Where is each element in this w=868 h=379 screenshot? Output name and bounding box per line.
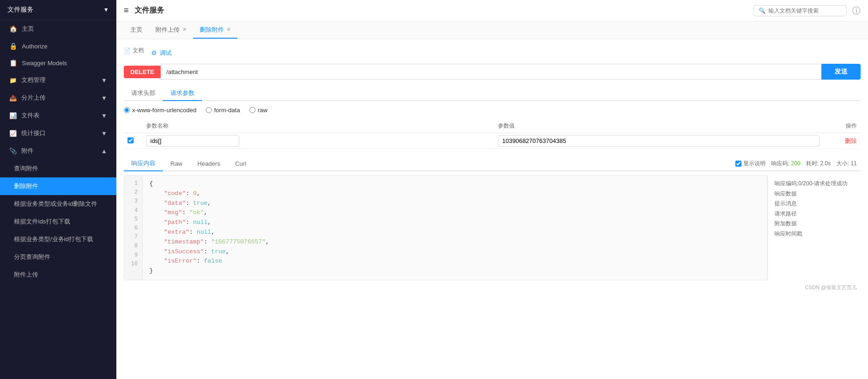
topbar-right: 🔍 ⓘ <box>754 5 861 16</box>
sidebar-group-doc-management[interactable]: 📁 文档管理 ▼ <box>0 71 116 89</box>
line-numbers: 12345678910 <box>124 176 143 280</box>
tabs-row: 主页 附件上传 ✕ 删除附件 ✕ <box>116 21 868 39</box>
tab-home[interactable]: 主页 <box>124 22 149 39</box>
sidebar-group-stats-api[interactable]: 📈 统计接口 ▼ <box>0 124 116 142</box>
tab-upload-close[interactable]: ✕ <box>182 27 187 33</box>
raw-radio[interactable] <box>249 107 256 113</box>
help-icon[interactable]: ⓘ <box>852 5 861 16</box>
sidebar-doc-management-label: 文档管理 <box>21 76 46 84</box>
sidebar-item-page-query[interactable]: 分页查询附件 <box>0 248 116 266</box>
search-icon: 🔍 <box>759 7 766 14</box>
sidebar-item-delete-attachment[interactable]: 删除附件 <box>0 177 116 195</box>
desc-item-4: 附加数据 <box>774 219 854 229</box>
table-row: 删除 <box>124 133 861 149</box>
url-input[interactable] <box>161 64 821 80</box>
urlencoded-radio[interactable] <box>124 107 130 113</box>
sidebar-dropdown-arrow: ▼ <box>103 7 109 13</box>
tab-delete-close[interactable]: ✕ <box>227 27 231 33</box>
desc-item-5: 响应时间戳 <box>774 229 854 239</box>
response-meta: 显示说明 响应码: 200 耗时: 2.0s 大小: 11 <box>735 160 861 168</box>
encoding-urlencoded[interactable]: x-www-form-urlencoded <box>124 107 196 114</box>
tab-delete[interactable]: 删除附件 ✕ <box>193 22 237 39</box>
download-by-ids-label: 根据文件ids打包下载 <box>14 217 70 226</box>
footer: CSDN @假装文艺范儿 <box>124 284 861 291</box>
show-desc-checkbox[interactable] <box>735 161 741 167</box>
page-query-label: 分页查询附件 <box>14 253 50 261</box>
tab-delete-label: 删除附件 <box>200 26 224 34</box>
encoding-raw[interactable]: raw <box>249 107 268 114</box>
response-tabs: 响应内容 Raw Headers Curl 显示说明 响应码: 200 <box>124 156 861 171</box>
response-code-panel: 12345678910 { "code": 0, "data": true, "… <box>124 175 767 280</box>
search-box[interactable]: 🔍 <box>754 5 847 16</box>
sidebar-item-authorize[interactable]: 🔒 Authorize <box>0 38 116 54</box>
tab-curl[interactable]: Curl <box>228 157 254 171</box>
chevron-down-icon: ▼ <box>101 77 107 84</box>
footer-text: CSDN @假装文艺范儿 <box>805 284 857 290</box>
menu-icon[interactable]: ≡ <box>124 6 129 15</box>
sidebar-header[interactable]: 文件服务 ▼ <box>0 0 116 20</box>
download-by-biz-label: 根据业务类型/业务id打包下载 <box>14 235 93 244</box>
sidebar-item-query-attachment[interactable]: 查询附件 <box>0 160 116 177</box>
sidebar-item-download-by-ids[interactable]: 根据文件ids打包下载 <box>0 213 116 230</box>
chevron-up-icon: ▲ <box>101 148 107 155</box>
form-data-radio[interactable] <box>206 107 212 113</box>
delete-param-button[interactable]: 删除 <box>845 137 857 144</box>
status-code: 200 <box>791 160 801 167</box>
sidebar-chunk-upload-label: 分片上传 <box>21 94 46 102</box>
attachment-icon: 📎 <box>9 148 17 155</box>
row-checkbox[interactable] <box>128 137 134 143</box>
sidebar-authorize-label: Authorize <box>22 43 47 50</box>
tab-request-headers[interactable]: 请求头部 <box>124 86 163 101</box>
delete-by-biz-label: 根据业务类型或业务id删除文件 <box>14 200 97 208</box>
sidebar-attachment-label: 附件 <box>21 147 34 155</box>
param-name-input[interactable] <box>146 135 239 147</box>
tab-raw[interactable]: Raw <box>163 157 190 171</box>
sidebar-item-swagger-models[interactable]: 📋 Swagger Models <box>0 54 116 71</box>
upload-attachment-label: 附件上传 <box>14 271 38 279</box>
show-desc-label[interactable]: 显示说明 <box>735 160 766 168</box>
sidebar-item-upload-attachment[interactable]: 附件上传 <box>0 266 116 284</box>
folder-icon: 📁 <box>9 77 17 84</box>
encoding-form-data[interactable]: form-data <box>206 107 240 114</box>
chevron-down-icon-2: ▼ <box>101 95 107 102</box>
breadcrumb: 📄 文档 <box>124 47 144 54</box>
main-content: ≡ 文件服务 🔍 ⓘ 主页 附件上传 ✕ 删除附件 ✕ 📄 文档 <box>116 0 868 379</box>
page-title: 文件服务 <box>135 6 754 15</box>
sidebar-item-delete-by-biz[interactable]: 根据业务类型或业务id删除文件 <box>0 195 116 213</box>
tab-response-content[interactable]: 响应内容 <box>124 156 163 171</box>
sidebar-group-file-table[interactable]: 📊 文件表 ▼ <box>0 107 116 124</box>
size-label: 大小: 11 <box>836 160 857 168</box>
query-attachment-label: 查询附件 <box>14 164 38 173</box>
sidebar: 文件服务 ▼ 🏠 主页 🔒 Authorize 📋 Swagger Models… <box>0 0 116 379</box>
col-checkbox <box>124 119 142 133</box>
table-icon: 📊 <box>9 112 17 119</box>
send-button[interactable]: 发送 <box>821 64 861 80</box>
sidebar-item-home[interactable]: 🏠 主页 <box>0 20 116 38</box>
tab-upload[interactable]: 附件上传 ✕ <box>149 22 193 39</box>
response-desc-panel: 响应编码:0/200-请求处理成功 响应数据 提示消息 请求路径 附加数据 响应… <box>767 175 861 280</box>
sidebar-group-chunk-upload[interactable]: 📤 分片上传 ▼ <box>0 89 116 107</box>
debug-tab[interactable]: ⚙ 调试 <box>151 49 172 57</box>
delete-attachment-label: 删除附件 <box>14 182 38 190</box>
debug-icon: ⚙ <box>151 49 157 56</box>
breadcrumb-text: 文档 <box>133 47 144 54</box>
upload-icon: 📤 <box>9 95 17 102</box>
param-value-input[interactable] <box>498 135 820 147</box>
col-param-name: 参数名称 <box>142 119 494 133</box>
topbar: ≡ 文件服务 🔍 ⓘ <box>116 0 868 21</box>
sidebar-file-table-label: 文件表 <box>21 111 40 120</box>
chevron-down-icon-4: ▼ <box>101 130 107 137</box>
tab-upload-label: 附件上传 <box>155 26 180 34</box>
sidebar-group-attachment[interactable]: 📎 附件 ▲ <box>0 142 116 160</box>
desc-item-2: 提示消息 <box>774 199 854 209</box>
tab-headers[interactable]: Headers <box>190 157 228 171</box>
status-label: 响应码: 200 <box>771 160 801 168</box>
desc-item-0: 响应编码:0/200-请求处理成功 <box>774 179 854 189</box>
search-input[interactable] <box>768 7 841 14</box>
tab-request-params[interactable]: 请求参数 <box>163 86 202 101</box>
chevron-down-icon-3: ▼ <box>101 112 107 119</box>
time-value: 2.0s <box>820 160 831 167</box>
sidebar-home-label: 主页 <box>22 25 34 33</box>
sidebar-swagger-label: Swagger Models <box>22 60 67 67</box>
sidebar-item-download-by-biz[interactable]: 根据业务类型/业务id打包下载 <box>0 230 116 248</box>
